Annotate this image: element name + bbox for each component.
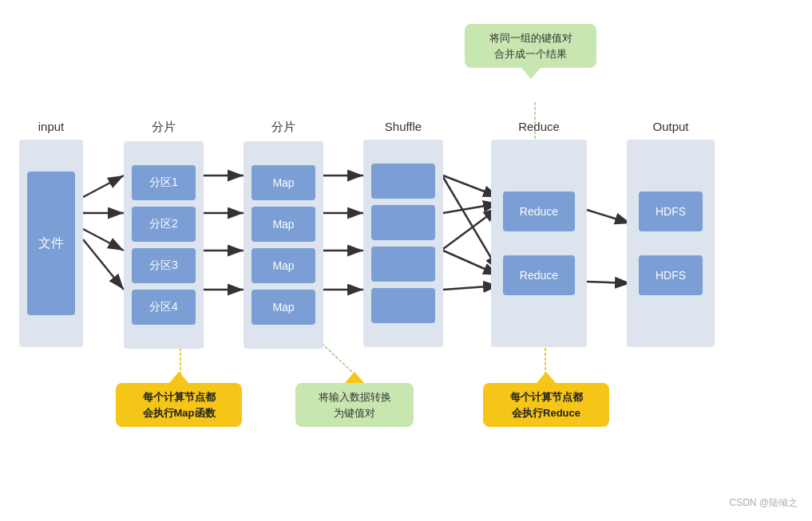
reduce-label: Reduce	[518, 120, 560, 133]
tooltip-map-exec: 每个计算节点都会执行Map函数	[116, 383, 242, 427]
shuffle-label: Shuffle	[385, 120, 422, 133]
tooltip-reduce-exec-text: 每个计算节点都会执行Reduce	[510, 391, 583, 419]
watermark: CSDN @陆倾之	[729, 496, 798, 510]
shuffle-item-2	[371, 205, 435, 240]
partition-item-2: 分区2	[132, 207, 196, 242]
output-column: Output HDFS HDFS	[627, 120, 715, 347]
map-item-2: Map	[252, 207, 315, 242]
shuffle-item-3	[371, 247, 435, 282]
svg-line-3	[83, 229, 124, 251]
partition-item-1: 分区1	[132, 165, 196, 200]
map-item-4: Map	[252, 290, 315, 325]
diagram: input 文件 分片 分区1 分区2 分区3 分区4 分片 Map Map M…	[0, 0, 812, 521]
svg-line-19	[587, 210, 631, 223]
tooltip-map-exec-text: 每个计算节点都会执行Map函数	[143, 391, 216, 419]
shuffle-column: Shuffle	[363, 120, 443, 347]
reduce-box: Reduce Reduce	[491, 140, 587, 347]
partition-item-4: 分区4	[132, 290, 196, 325]
output-hdfs-1: HDFS	[639, 191, 703, 231]
shuffle-item-1	[371, 164, 435, 199]
input-file-box: 文件	[27, 172, 75, 315]
svg-line-1	[83, 176, 124, 197]
svg-line-20	[587, 282, 631, 283]
input-label: input	[38, 120, 65, 133]
output-hdfs-2: HDFS	[639, 255, 703, 295]
partition-label: 分片	[152, 120, 176, 135]
svg-line-4	[83, 239, 124, 290]
tooltip-reduce-exec: 每个计算节点都会执行Reduce	[483, 383, 609, 427]
reduce-item-1: Reduce	[503, 191, 575, 231]
shuffle-item-4	[371, 288, 435, 323]
tooltip-kv: 将输入数据转换为键值对	[295, 383, 414, 427]
shuffle-box	[363, 140, 443, 347]
map-column: 分片 Map Map Map Map	[244, 120, 323, 349]
output-box: HDFS HDFS	[627, 140, 715, 347]
map-item-3: Map	[252, 248, 315, 283]
partition-box: 分区1 分区2 分区3 分区4	[124, 141, 204, 349]
partition-item-3: 分区3	[132, 248, 196, 283]
input-box: 文件	[19, 140, 83, 347]
input-column: input 文件	[19, 120, 83, 347]
map-item-1: Map	[252, 165, 315, 200]
tooltip-merge: 将同一组的键值对合并成一个结果	[465, 24, 596, 68]
reduce-column: Reduce Reduce Reduce	[491, 120, 587, 347]
partition-column: 分片 分区1 分区2 分区3 分区4	[124, 120, 204, 349]
tooltip-merge-text: 将同一组的键值对合并成一个结果	[489, 32, 572, 60]
output-label: Output	[652, 120, 688, 133]
map-col-label: 分片	[271, 120, 295, 135]
map-box: Map Map Map Map	[244, 141, 323, 349]
tooltip-kv-text: 将输入数据转换为键值对	[319, 391, 391, 419]
reduce-item-2: Reduce	[503, 255, 575, 295]
